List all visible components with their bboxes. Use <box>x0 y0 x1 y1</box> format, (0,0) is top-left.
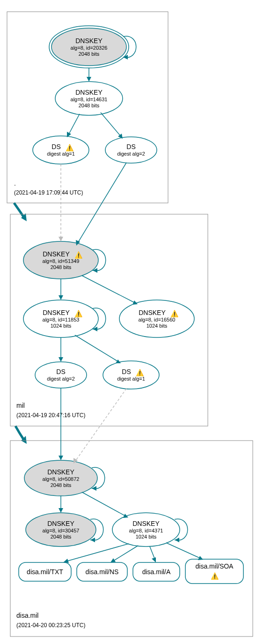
svg-text:digest alg=1: digest alg=1 <box>117 376 145 382</box>
svg-marker-10 <box>87 77 91 82</box>
svg-text:alg=8, id=4371: alg=8, id=4371 <box>129 528 163 533</box>
svg-text:DNSKEY: DNSKEY <box>47 468 74 476</box>
zone-root-timestamp: (2021-04-19 17:09:44 UTC) <box>14 189 83 196</box>
svg-text:digest alg=1: digest alg=1 <box>47 151 75 157</box>
svg-text:DS: DS <box>56 368 65 375</box>
svg-text:disa.mil/TXT: disa.mil/TXT <box>27 568 63 576</box>
svg-text:alg=8, id=11853: alg=8, id=11853 <box>43 317 80 322</box>
svg-text:2048 bits: 2048 bits <box>51 534 72 539</box>
zone-root-name: . <box>14 180 16 187</box>
node-disa-zsk2: DNSKEY alg=8, id=4371 1024 bits <box>112 513 180 547</box>
svg-text:DNSKEY: DNSKEY <box>43 309 70 316</box>
svg-text:⚠️: ⚠️ <box>211 572 219 580</box>
svg-text:DNSKEY: DNSKEY <box>75 37 103 45</box>
edge-mil-ksk-zsk2 <box>82 276 136 303</box>
svg-text:DS: DS <box>126 143 135 150</box>
svg-text:DNSKEY: DNSKEY <box>75 89 103 96</box>
svg-marker-80 <box>63 559 69 563</box>
edge-mil-zsk1-ds2 <box>75 335 119 362</box>
svg-text:2048 bits: 2048 bits <box>79 103 100 108</box>
zone-mil-timestamp: (2021-04-19 20:47:16 UTC) <box>16 412 85 419</box>
node-mil-ksk: DNSKEY ⚠️ alg=8, id=51349 2048 bits <box>23 241 98 279</box>
svg-point-11 <box>33 136 89 164</box>
svg-text:alg=8, id=14631: alg=8, id=14631 <box>71 97 108 102</box>
node-root-ds2: DS digest alg=2 <box>105 137 157 163</box>
svg-marker-45 <box>59 357 63 362</box>
svg-marker-27 <box>59 237 63 241</box>
edge-root-zsk-ds2 <box>101 112 122 137</box>
svg-text:alg=8, id=50872: alg=8, id=50872 <box>43 476 80 482</box>
svg-marker-83 <box>198 556 203 560</box>
node-disa-ksk: DNSKEY alg=8, id=50872 2048 bits <box>24 460 97 496</box>
node-root-zsk: DNSKEY alg=8, id=14631 2048 bits <box>55 82 123 115</box>
svg-point-46 <box>103 361 159 389</box>
zone-disa-timestamp: (2021-04-20 00:23:25 UTC) <box>16 622 85 629</box>
svg-text:disa.mil/A: disa.mil/A <box>142 568 171 576</box>
edge-mil-ds2-disa-ksk <box>75 389 126 462</box>
svg-text:1024 bits: 1024 bits <box>147 323 168 329</box>
svg-text:alg=8, id=16560: alg=8, id=16560 <box>139 317 176 322</box>
edge-disa-zsk2-txt <box>66 544 129 562</box>
svg-text:DS: DS <box>51 143 60 150</box>
edge-disa-ksk-zsk2 <box>82 492 126 517</box>
edge-mil-to-disa-delegation <box>15 426 24 441</box>
svg-marker-50 <box>116 359 121 363</box>
node-mil-zsk1: DNSKEY ⚠️ alg=8, id=11853 1024 bits <box>23 300 98 337</box>
svg-text:alg=8, id=51349: alg=8, id=51349 <box>43 258 80 264</box>
svg-marker-64 <box>59 508 63 513</box>
svg-text:DNSKEY: DNSKEY <box>43 250 70 258</box>
node-disa-zsk1: DNSKEY alg=8, id=30457 2048 bits <box>26 513 96 547</box>
node-root-ds1: DS ⚠️ digest alg=1 <box>33 136 89 164</box>
svg-text:digest alg=2: digest alg=2 <box>117 151 145 157</box>
edge-disa-zsk2-ns <box>112 546 138 562</box>
svg-marker-82 <box>152 557 156 562</box>
node-disa-rr-soa: disa.mil/SOA ⚠️ <box>185 559 243 584</box>
svg-text:DNSKEY: DNSKEY <box>132 520 160 527</box>
svg-text:disa.mil/NS: disa.mil/NS <box>86 568 119 576</box>
svg-text:DNSKEY: DNSKEY <box>139 309 166 316</box>
node-disa-rr-a: disa.mil/A <box>133 562 180 581</box>
node-disa-rr-ns: disa.mil/NS <box>77 562 127 581</box>
svg-text:1024 bits: 1024 bits <box>51 323 72 329</box>
svg-text:2048 bits: 2048 bits <box>51 482 72 488</box>
svg-text:DNSKEY: DNSKEY <box>47 520 74 527</box>
edge-root-to-mil-delegation <box>14 203 24 218</box>
svg-marker-35 <box>59 295 63 300</box>
node-mil-ds2: DS ⚠️ digest alg=1 <box>103 361 159 389</box>
svg-text:disa.mil/SOA: disa.mil/SOA <box>196 562 234 570</box>
node-root-ksk: DNSKEY alg=8, id=20326 2048 bits <box>49 26 129 68</box>
node-mil-zsk2: DNSKEY ⚠️ alg=8, id=16560 1024 bits <box>119 300 194 337</box>
svg-text:1024 bits: 1024 bits <box>136 534 157 539</box>
svg-text:2048 bits: 2048 bits <box>51 264 72 270</box>
svg-text:2048 bits: 2048 bits <box>79 51 100 57</box>
node-disa-rr-txt: disa.mil/TXT <box>19 562 71 581</box>
svg-marker-57 <box>59 456 63 460</box>
svg-text:DS: DS <box>122 368 131 375</box>
zone-mil-name: mil <box>16 402 25 409</box>
zone-disa-name: disa.mil <box>16 612 38 619</box>
edge-disa-zsk2-soa <box>166 543 201 559</box>
node-mil-ds1: DS digest alg=2 <box>35 362 87 388</box>
svg-text:digest alg=2: digest alg=2 <box>47 376 75 382</box>
edge-root-zsk-ds1 <box>68 114 80 136</box>
svg-text:alg=8, id=20326: alg=8, id=20326 <box>71 45 108 51</box>
svg-text:alg=8, id=30457: alg=8, id=30457 <box>43 528 80 533</box>
